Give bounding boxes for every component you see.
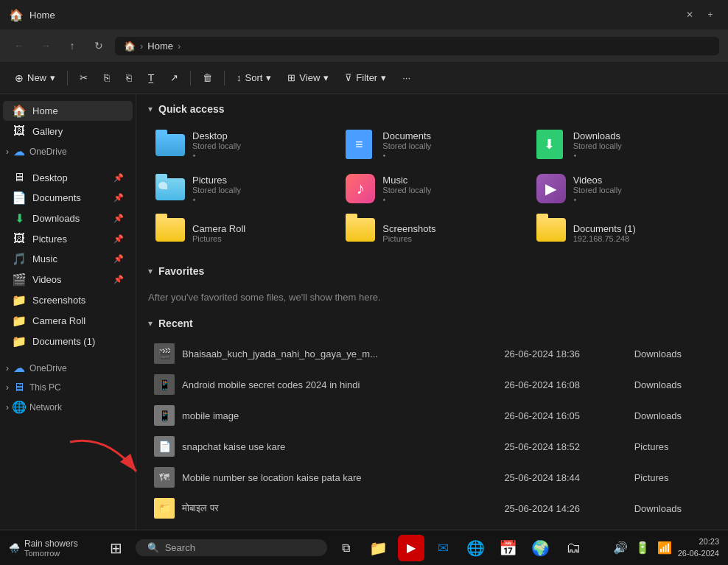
sort-button[interactable]: ↕ Sort ▾ <box>229 66 279 90</box>
copy-button[interactable]: ⎘ <box>97 66 117 90</box>
youtube-taskbar[interactable]: ▶ <box>398 535 424 561</box>
music-dot: ⬥ <box>382 196 518 203</box>
sidebar-item-desktop[interactable]: 🖥 Desktop 📌 <box>3 168 133 187</box>
sidebar-downloads-label: Downloads <box>32 213 108 224</box>
recent-chevron-icon: ▾ <box>148 318 153 329</box>
network-icon: 🌐 <box>12 400 27 414</box>
sidebar-thispc-toggle[interactable]: › 🖥 This PC <box>0 378 136 397</box>
videos-name: Videos <box>573 175 709 186</box>
recent-row-3[interactable]: 📄 snapchat kaise use kare 25-06-2024 18:… <box>148 431 716 462</box>
recent-date-4: 25-06-2024 18:44 <box>498 462 628 493</box>
address-path[interactable]: 🏠 › Home › <box>115 37 719 55</box>
calendar-taskbar[interactable]: 📅 <box>495 535 522 561</box>
sidebar-onedrive2-label: OneDrive <box>29 363 67 373</box>
quickaccess-downloads[interactable]: ⬇ Downloads Stored locally ⬥ <box>529 124 716 165</box>
paste-button[interactable]: ⎗ <box>119 66 139 90</box>
more-button[interactable]: ··· <box>395 66 418 90</box>
recent-date-5: 25-06-2024 14:26 <box>498 493 628 524</box>
cut-button[interactable]: ✂ <box>72 66 95 90</box>
sidebar-network-toggle[interactable]: › 🌐 Network <box>0 397 136 417</box>
downloads-sub: Stored locally <box>573 141 709 150</box>
sidebar-item-home[interactable]: 🏠 Home <box>3 101 133 121</box>
weather-widget[interactable]: 🌧️ Rain showers Tomorrow <box>9 538 78 558</box>
delete-button[interactable]: 🗑 <box>195 66 220 90</box>
documents-info: Documents Stored locally ⬥ <box>382 130 518 158</box>
quickaccess-music[interactable]: ♪ Music Stored locally ⬥ <box>338 168 525 209</box>
sidebar-item-documents[interactable]: 📄 Documents 📌 <box>3 188 133 208</box>
view-button[interactable]: ⊞ View ▾ <box>280 66 336 90</box>
new-button[interactable]: ⊕ New ▾ <box>7 66 63 90</box>
sidebar-item-videos[interactable]: 🎬 Videos 📌 <box>3 270 133 289</box>
sidebar-item-documents-1[interactable]: 📁 Documents (1) <box>3 331 133 351</box>
sidebar-onedrive-toggle[interactable]: › ☁ OneDrive <box>0 141 136 161</box>
sidebar-videos-label: Videos <box>32 274 108 285</box>
quickaccess-documents-1[interactable]: Documents (1) 192.168.75.248 <box>529 212 716 253</box>
sidebar-onedrive2-toggle[interactable]: › ☁ OneDrive <box>0 358 136 378</box>
mail-icon: ✉ <box>438 540 449 556</box>
up-button[interactable]: ↑ <box>62 35 83 56</box>
screenshots-name: Screenshots <box>382 223 518 234</box>
screenshots-sub: Pictures <box>382 234 518 243</box>
recent-row-2[interactable]: 📱 mobile image 26-06-2024 16:05 Download… <box>148 400 716 431</box>
screenshots-info: Screenshots Pictures <box>382 223 518 243</box>
start-button[interactable]: ⊞ <box>103 535 130 561</box>
edge-icon: 🌐 <box>466 539 485 557</box>
search-icon: 🔍 <box>147 542 159 553</box>
refresh-button[interactable]: ↻ <box>88 35 109 56</box>
search-bar[interactable]: 🔍 Search <box>136 539 327 556</box>
tab-close-button[interactable]: ✕ <box>681 6 699 24</box>
recent-header[interactable]: ▾ Recent <box>148 317 716 329</box>
documents-1-sub: 192.168.75.248 <box>573 234 709 243</box>
toolbar-sep3 <box>224 71 225 85</box>
quickaccess-videos[interactable]: ▶ Videos Stored locally ⬥ <box>529 168 716 209</box>
tab-title: Home <box>29 10 675 21</box>
favorites-title: Favorites <box>158 265 204 277</box>
edge-taskbar[interactable]: 🌐 <box>463 535 489 561</box>
sidebar-item-gallery[interactable]: 🖼 Gallery <box>3 122 133 141</box>
recent-row-4[interactable]: 🗺 Mobile number se location kaise pata k… <box>148 462 716 493</box>
quickaccess-documents[interactable]: ≡ Documents Stored locally ⬥ <box>338 124 525 165</box>
clock-time: 20:23 <box>678 536 719 547</box>
quickaccess-pictures[interactable]: Pictures Stored locally ⬥ <box>148 168 335 209</box>
sidebar-item-pictures[interactable]: 🖼 Pictures 📌 <box>3 229 133 248</box>
quickaccess-header[interactable]: ▾ Quick access <box>148 103 716 115</box>
quickaccess-chevron-icon: ▾ <box>148 104 153 114</box>
recent-row-5[interactable]: 📁 मोबाइल पर 25-06-2024 14:26 Downloads <box>148 493 716 524</box>
sidebar-item-camera-roll[interactable]: 📁 Camera Roll <box>3 311 133 331</box>
recent-row-0[interactable]: 🎬 Bhaisaab_kuch_jyada_nahi_ho_gaya_ye_m.… <box>148 338 716 369</box>
forward-button[interactable]: → <box>35 35 56 56</box>
pictures-pin-icon: 📌 <box>113 234 124 244</box>
weather-info: Rain showers Tomorrow <box>24 538 78 558</box>
file-explorer-taskbar[interactable]: 📁 <box>365 535 392 561</box>
favorites-header[interactable]: ▾ Favorites <box>148 265 716 277</box>
battery-icon[interactable]: 🔋 <box>634 539 651 556</box>
wifi-icon[interactable]: 📶 <box>656 539 673 556</box>
sidebar-music-label: Music <box>32 253 108 264</box>
system-clock[interactable]: 20:23 26-06-2024 <box>678 536 719 559</box>
rename-button[interactable]: T̲ <box>141 66 161 90</box>
mail-taskbar[interactable]: ✉ <box>430 535 457 561</box>
chrome-taskbar[interactable]: 🌍 <box>528 535 554 561</box>
filter-button[interactable]: ⊽ Filter ▾ <box>337 66 393 90</box>
sidebar-item-screenshots[interactable]: 📁 Screenshots <box>3 290 133 310</box>
folder2-taskbar[interactable]: 🗂 <box>560 535 587 561</box>
volume-icon[interactable]: 🔊 <box>612 539 629 556</box>
sidebar-item-downloads[interactable]: ⬇ Downloads 📌 <box>3 208 133 228</box>
quickaccess-camera-roll[interactable]: Camera Roll Pictures <box>148 212 335 253</box>
recent-location-3: Pictures <box>629 431 716 462</box>
new-tab-button[interactable]: + <box>701 6 719 24</box>
music-icon-shape: ♪ <box>346 174 375 203</box>
back-button[interactable]: ← <box>9 35 29 56</box>
home-path-icon: 🏠 <box>124 41 136 52</box>
quickaccess-desktop[interactable]: Desktop Stored locally ⬥ <box>148 124 335 165</box>
recent-row-1[interactable]: 📱 Android mobile secret codes 2024 in hi… <box>148 369 716 400</box>
filter-label: Filter <box>356 72 377 83</box>
quickaccess-screenshots[interactable]: Screenshots Pictures <box>338 212 525 253</box>
taskview-button[interactable]: ⧉ <box>333 535 360 561</box>
recent-icon-3: 📄 <box>154 436 175 457</box>
dl-icon-shape: ⬇ <box>536 130 563 159</box>
onedrive2-icon: ☁ <box>12 361 27 375</box>
documents-1-info: Documents (1) 192.168.75.248 <box>573 223 709 243</box>
share-button[interactable]: ↗ <box>163 66 186 90</box>
sidebar-item-music[interactable]: 🎵 Music 📌 <box>3 249 133 269</box>
